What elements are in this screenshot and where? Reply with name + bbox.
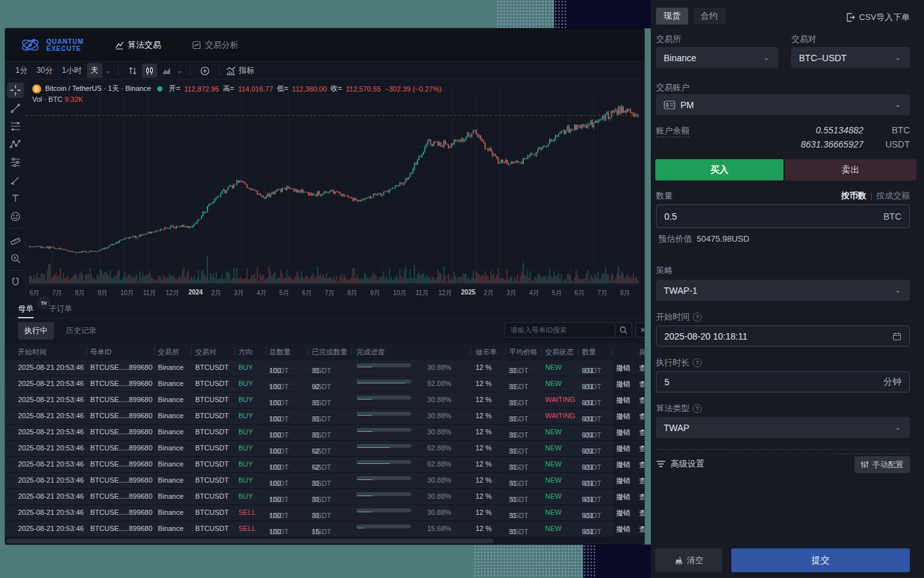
order-cancel-button[interactable]: 撤销 <box>616 492 630 502</box>
account-select[interactable]: PM⌄ <box>656 94 910 115</box>
crosshair-tool-icon[interactable] <box>7 82 24 98</box>
order-cancel-button[interactable]: 撤销 <box>616 380 630 389</box>
filter-running[interactable]: 执行中 <box>18 322 54 340</box>
algo-type-select[interactable]: TWAP⌄ <box>656 417 910 438</box>
order-cancel-button[interactable]: 撤销 <box>616 396 630 405</box>
style-caret-icon[interactable]: ⌄ <box>177 67 182 74</box>
algo-type-help-icon[interactable]: ? <box>693 404 702 413</box>
pair-select[interactable]: BTC–USDT⌄ <box>791 47 910 68</box>
fib-lines-tool-icon[interactable] <box>7 119 24 134</box>
sell-button[interactable]: 卖出 <box>785 159 916 180</box>
progress-fill <box>356 431 373 432</box>
indicators-button[interactable]: 指标 <box>226 65 255 76</box>
order-view-button[interactable]: 查看 <box>639 444 644 454</box>
order-side: BUY <box>238 412 253 419</box>
advanced-settings-button[interactable]: 高级设置 <box>656 458 704 470</box>
order-maker-rate: 12 % <box>476 363 492 371</box>
timeframe-1m[interactable]: 1分 <box>12 63 32 78</box>
ruler-tool-icon[interactable] <box>7 233 24 248</box>
duration-help-icon[interactable]: ? <box>693 358 702 367</box>
forecast-tool-icon[interactable] <box>7 155 24 170</box>
timeframe-1h[interactable]: 1小时 <box>58 63 86 78</box>
tab-futures[interactable]: 合约 <box>693 8 726 24</box>
timeframe-caret-icon[interactable]: ⌄ <box>105 67 110 74</box>
exchange-select[interactable]: Binance⌄ <box>656 47 778 68</box>
quantity-input[interactable] <box>664 211 878 222</box>
x-axis-tick: 5月 <box>279 289 289 298</box>
order-view-button[interactable]: 查看 <box>639 492 644 502</box>
order-cancel-button[interactable]: 撤销 <box>616 476 630 486</box>
submit-button[interactable]: 提交 <box>731 548 910 572</box>
ohlc-low-label: 低= <box>277 84 288 93</box>
order-view-button[interactable]: 查看 <box>639 460 644 470</box>
order-search <box>505 322 632 338</box>
order-exchange: Binance <box>158 525 184 532</box>
timeframe-1d[interactable]: 天 <box>87 63 102 78</box>
tab-spot[interactable]: 现货 <box>656 8 688 24</box>
manual-config-label: 手动配置 <box>872 459 903 470</box>
order-parent-id: BTCUSE.....899680 <box>90 363 153 371</box>
order-view-button[interactable]: 查看 <box>639 476 644 486</box>
duration-input[interactable] <box>664 377 878 387</box>
order-search-input[interactable] <box>505 326 615 334</box>
buy-button[interactable]: 买入 <box>655 159 784 180</box>
balance-btc-asset: BTC <box>863 125 910 135</box>
app-logo[interactable]: QUANTUMEXECUTE <box>19 35 84 55</box>
start-time-help-icon[interactable]: ? <box>693 313 702 322</box>
tab-parent-orders[interactable]: 母单 <box>18 299 34 318</box>
order-view-button[interactable]: 查看 <box>639 380 644 389</box>
chart-x-axis[interactable]: 6月7月8月9月10月11月12月20242月3月4月5月6月7月8月9月10月… <box>26 285 644 299</box>
search-icon[interactable] <box>615 323 631 337</box>
mode-by-notional[interactable]: 按成交额 <box>876 191 910 200</box>
mode-by-coin[interactable]: 按币数 <box>842 191 867 200</box>
candlestick-style-icon[interactable] <box>142 64 157 78</box>
orders-column-header: 交易对 <box>195 347 217 357</box>
nav-algo-trading[interactable]: 算法交易 <box>115 39 161 51</box>
order-row: 2025-08-21 20:53:46BTCUSE.....899680Bina… <box>5 457 644 472</box>
x-axis-tick: 2月 <box>484 289 494 298</box>
trendline-tool-icon[interactable] <box>7 101 24 116</box>
order-cancel-button[interactable]: 撤销 <box>616 363 630 373</box>
tab-child-orders[interactable]: 子订单 <box>49 299 72 318</box>
clear-button[interactable]: 清空 <box>655 548 722 572</box>
order-cancel-button[interactable]: 撤销 <box>616 428 630 438</box>
nav-trade-analysis[interactable]: 交易分析 <box>192 39 238 51</box>
order-view-button[interactable]: 查看 <box>639 508 644 518</box>
filter-history[interactable]: 历史记录 <box>59 322 103 340</box>
calendar-icon[interactable] <box>892 332 901 341</box>
csv-import-button[interactable]: CSV导入下单 <box>846 12 910 23</box>
emoji-tool-icon[interactable] <box>7 209 24 224</box>
order-row: 2025-08-21 20:53:46BTCUSE.....899680Bina… <box>5 409 644 424</box>
order-view-button[interactable]: 查看 <box>639 428 644 438</box>
order-cancel-button[interactable]: 撤销 <box>616 460 630 470</box>
price-chart[interactable]: ₿ Bitcoin / TetherUS · 1天 · Binance 开=11… <box>26 80 644 285</box>
manual-config-button[interactable]: 手动配置 <box>854 456 910 473</box>
strategy-select[interactable]: TWAP-1⌄ <box>656 280 910 301</box>
progress-bar <box>356 508 411 512</box>
magnet-tool-icon[interactable] <box>7 275 24 290</box>
pattern-tool-icon[interactable] <box>7 137 24 152</box>
order-parent-id: BTCUSE.....899680 <box>90 525 153 532</box>
order-cancel-button[interactable]: 撤销 <box>616 412 630 421</box>
timeframe-30m[interactable]: 30分 <box>33 63 57 78</box>
start-time-input[interactable] <box>664 331 892 342</box>
text-tool-icon[interactable] <box>7 191 24 206</box>
order-view-button[interactable]: 查看 <box>639 525 644 534</box>
bar-change-icon[interactable] <box>125 64 140 78</box>
order-view-button[interactable]: 查看 <box>639 396 644 405</box>
search-close-button[interactable]: ✕ <box>635 322 644 338</box>
brush-tool-icon[interactable] <box>7 173 24 188</box>
order-cancel-button[interactable]: 撤销 <box>616 525 630 534</box>
order-cancel-button[interactable]: 撤销 <box>616 444 630 454</box>
tradingview-watermark[interactable]: TV <box>37 296 50 309</box>
order-cancel-button[interactable]: 撤销 <box>616 508 630 518</box>
order-view-button[interactable]: 查看 <box>639 363 644 373</box>
chart-symbol-title[interactable]: Bitcoin / TetherUS · 1天 · Binance <box>45 84 151 93</box>
order-side: BUY <box>238 492 253 500</box>
horizontal-scrollbar-thumb[interactable] <box>6 539 494 543</box>
account-label: 交易账户 <box>656 82 689 93</box>
order-view-button[interactable]: 查看 <box>639 412 644 421</box>
area-style-icon[interactable] <box>159 64 174 78</box>
compare-add-icon[interactable] <box>197 64 213 78</box>
zoom-in-tool-icon[interactable] <box>7 251 24 266</box>
